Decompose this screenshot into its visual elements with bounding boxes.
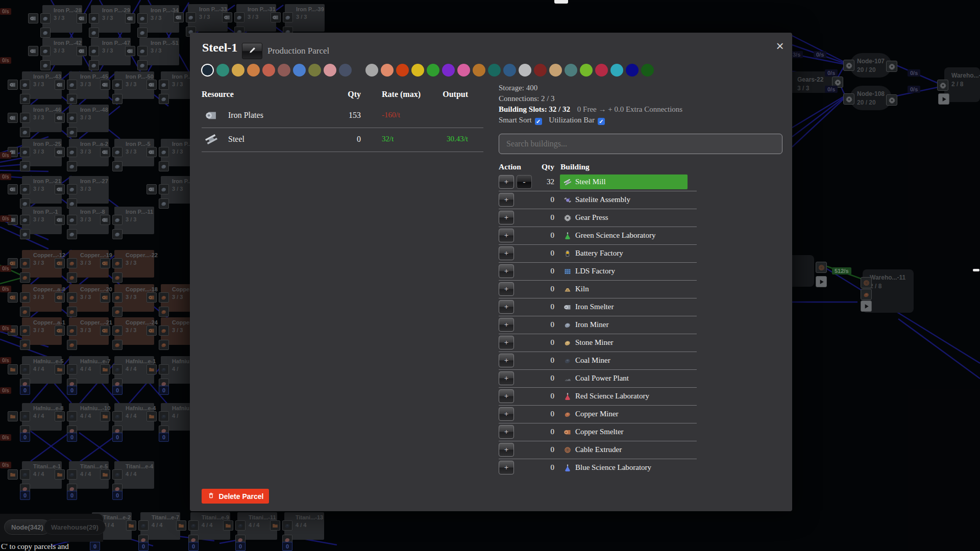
rock-dark-icon bbox=[564, 357, 572, 365]
close-icon[interactable]: × bbox=[772, 38, 788, 54]
building-cell[interactable]: LDS Factory bbox=[560, 264, 688, 279]
utilization-bar-checkbox[interactable]: ✓ bbox=[598, 118, 605, 125]
color-swatch[interactable] bbox=[216, 64, 229, 77]
color-swatch[interactable] bbox=[381, 64, 394, 77]
coil-icon bbox=[564, 446, 572, 454]
add-building-button[interactable]: + bbox=[499, 425, 514, 439]
color-swatch[interactable] bbox=[442, 64, 455, 77]
color-swatch[interactable] bbox=[595, 64, 608, 77]
building-name: Green Science Laboratory bbox=[575, 231, 655, 240]
color-swatch[interactable] bbox=[626, 64, 639, 77]
resource-table: Resource Qty Rate (max) Output Iron Plat… bbox=[202, 90, 483, 152]
color-swatch[interactable] bbox=[549, 64, 562, 77]
add-building-button[interactable]: + bbox=[499, 264, 514, 278]
output-col-header: Output bbox=[416, 90, 468, 99]
add-building-button[interactable]: + bbox=[499, 354, 514, 367]
action-col-header: Action bbox=[499, 162, 521, 171]
building-row: +0LDS Factory bbox=[499, 263, 697, 281]
add-building-button[interactable]: + bbox=[499, 461, 514, 474]
building-name: Battery Factory bbox=[575, 249, 623, 258]
building-name: Stone Miner bbox=[575, 338, 614, 347]
resource-row: Steel032/t30.43/t bbox=[202, 128, 483, 152]
delete-parcel-button[interactable]: Delete Parcel bbox=[202, 489, 269, 504]
color-swatch[interactable] bbox=[610, 64, 623, 77]
add-building-button[interactable]: + bbox=[499, 193, 514, 207]
color-swatch[interactable] bbox=[308, 64, 321, 77]
building-cell[interactable]: Blue Science Laboratory bbox=[560, 460, 688, 475]
building-cell[interactable]: Coal Power Plant bbox=[560, 371, 688, 386]
add-building-button[interactable]: + bbox=[499, 211, 514, 224]
add-building-button[interactable]: + bbox=[499, 336, 514, 349]
color-swatch[interactable] bbox=[411, 64, 424, 77]
color-swatch[interactable] bbox=[580, 64, 593, 77]
resource-row: Iron Plates153-160/t bbox=[202, 104, 483, 128]
search-buildings-input[interactable] bbox=[499, 134, 782, 154]
add-building-button[interactable]: + bbox=[499, 229, 514, 242]
color-swatch[interactable] bbox=[262, 64, 275, 77]
steel-icon bbox=[205, 133, 218, 148]
color-swatch[interactable] bbox=[641, 64, 654, 77]
building-row: +0Gear Press bbox=[499, 209, 697, 227]
add-building-button[interactable]: + bbox=[499, 246, 514, 260]
parcel-title: Steel-1 bbox=[202, 41, 237, 55]
resource-name: Iron Plates bbox=[228, 111, 263, 120]
building-cell[interactable]: Copper Miner bbox=[560, 407, 688, 421]
parcel-info-panel: Storage: 400 Connections: 2 / 3 Building… bbox=[499, 84, 785, 127]
color-swatch[interactable] bbox=[565, 64, 577, 77]
building-cell[interactable]: Green Science Laboratory bbox=[560, 228, 688, 243]
color-swatch[interactable] bbox=[232, 64, 244, 77]
building-cell[interactable]: Cable Extruder bbox=[560, 442, 688, 457]
color-swatch[interactable] bbox=[473, 64, 485, 77]
building-cell[interactable]: Coal Miner bbox=[560, 353, 688, 368]
add-building-button[interactable]: + bbox=[499, 389, 514, 403]
color-swatch[interactable] bbox=[457, 64, 470, 77]
color-swatch[interactable] bbox=[293, 64, 306, 77]
add-building-button[interactable]: + bbox=[499, 443, 514, 457]
color-swatch[interactable] bbox=[339, 64, 352, 77]
building-cell-selected[interactable]: Steel Mill bbox=[560, 174, 688, 189]
delete-parcel-label: Delete Parcel bbox=[219, 492, 264, 500]
building-cell[interactable]: Kiln bbox=[560, 282, 688, 296]
building-qty: 0 bbox=[524, 463, 554, 472]
color-swatch[interactable] bbox=[534, 64, 547, 77]
top-edge-button[interactable] bbox=[554, 0, 568, 4]
building-qty: 0 bbox=[524, 213, 554, 222]
right-edge-scroll-thumb[interactable] bbox=[973, 269, 979, 271]
building-name: Coal Miner bbox=[575, 356, 610, 365]
color-swatch[interactable] bbox=[324, 64, 336, 77]
color-swatch[interactable] bbox=[278, 64, 290, 77]
building-cell[interactable]: Gear Press bbox=[560, 210, 688, 225]
color-swatch[interactable] bbox=[396, 64, 409, 77]
resource-name: Steel bbox=[228, 135, 244, 144]
building-name: Satelite Assembly bbox=[575, 195, 630, 204]
add-building-button[interactable]: + bbox=[499, 282, 514, 296]
rename-parcel-button[interactable] bbox=[242, 43, 262, 59]
color-swatch[interactable] bbox=[427, 64, 439, 77]
add-building-button[interactable]: + bbox=[499, 300, 514, 314]
building-cell[interactable]: Iron Miner bbox=[560, 317, 688, 332]
smart-sort-checkbox[interactable]: ✓ bbox=[535, 118, 542, 125]
building-row: +0Red Science Laboratory bbox=[499, 388, 697, 406]
building-row: +0Coal Power Plant bbox=[499, 370, 697, 388]
add-building-button[interactable]: + bbox=[499, 318, 514, 332]
building-row: +-32Steel Mill bbox=[499, 173, 697, 191]
color-swatch[interactable] bbox=[519, 64, 531, 77]
color-swatch[interactable] bbox=[247, 64, 260, 77]
color-swatch[interactable] bbox=[365, 64, 378, 77]
flask-red-icon bbox=[564, 392, 572, 400]
building-cell[interactable]: Iron Smelter bbox=[560, 299, 688, 314]
building-cell[interactable]: Stone Miner bbox=[560, 335, 688, 350]
add-building-button[interactable]: + bbox=[499, 407, 514, 421]
building-qty: 0 bbox=[524, 392, 554, 400]
add-building-button[interactable]: + bbox=[499, 175, 514, 189]
building-cell[interactable]: Battery Factory bbox=[560, 246, 688, 261]
parcel-type-label: Production Parcel bbox=[267, 46, 329, 56]
color-swatch-selected[interactable] bbox=[201, 64, 214, 77]
color-swatch[interactable] bbox=[503, 64, 516, 77]
add-building-button[interactable]: + bbox=[499, 371, 514, 385]
building-cell[interactable]: Red Science Laboratory bbox=[560, 389, 688, 404]
building-cell[interactable]: Copper Smelter bbox=[560, 424, 688, 439]
gear-icon bbox=[564, 214, 572, 222]
building-cell[interactable]: Satelite Assembly bbox=[560, 192, 688, 207]
color-swatch[interactable] bbox=[488, 64, 501, 77]
